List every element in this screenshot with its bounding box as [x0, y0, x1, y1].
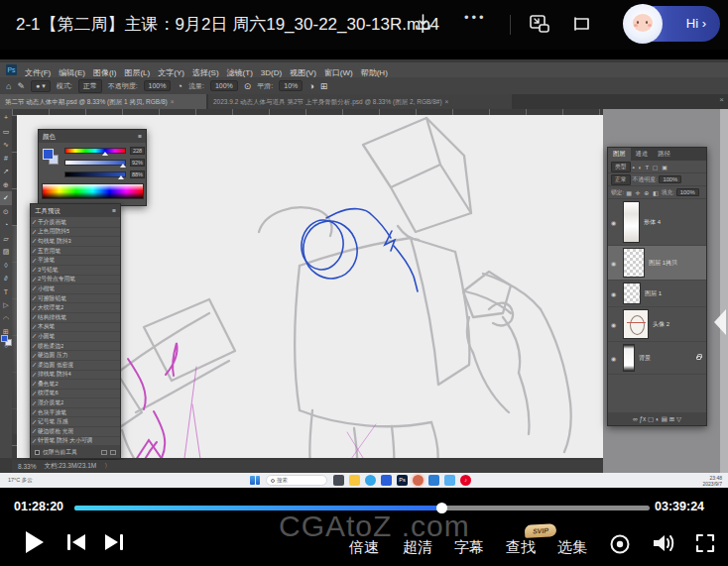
document-tab-active[interactable]: 第二节 动态人体中期.psd @ 8.33% (图层 1 拷贝, RGB/8)×: [0, 94, 206, 109]
mode-select[interactable]: 正常: [78, 79, 102, 93]
tool-preset-item[interactable]: ∕ 木炭笔: [31, 323, 120, 333]
taskbar-app-icon[interactable]: [413, 475, 424, 486]
tool-preset-item[interactable]: ∕ 喷枪柔边2: [31, 342, 120, 352]
more-menu-icon[interactable]: •••: [464, 10, 487, 25]
ps-menu-item[interactable]: 视图(V): [290, 68, 316, 77]
tool-preset-item[interactable]: ∕ 纹理笔6: [31, 390, 120, 399]
visibility-eye-icon[interactable]: ◉: [611, 290, 619, 297]
brightness-value[interactable]: 88%: [130, 170, 145, 178]
fill-select[interactable]: 100%: [676, 188, 699, 196]
ps-tool-icon[interactable]: ⊕: [0, 178, 12, 192]
ps-tool-icon[interactable]: #: [0, 152, 12, 166]
mini-window-icon[interactable]: [571, 14, 591, 38]
lock-icons[interactable]: ▦ ✛ ⊕ ◧: [626, 189, 659, 196]
layer-row[interactable]: ◉ 头像 2: [608, 307, 706, 342]
visibility-eye-icon[interactable]: ◉: [611, 219, 619, 226]
tool-preset-item[interactable]: ∕ 结构排线笔: [31, 313, 120, 323]
ps-tool-icon[interactable]: +: [0, 111, 12, 125]
close-tab-icon[interactable]: ×: [171, 98, 175, 105]
document-tab-inactive[interactable]: 2023.9.2 动态人体与道具 第2节 上半身骨骼分析.psd @ 8.33%…: [208, 94, 512, 109]
ps-tool-icon[interactable]: T: [0, 285, 12, 299]
ps-menu-item[interactable]: 3D(D): [261, 68, 282, 77]
home-icon[interactable]: ⌂: [6, 81, 11, 91]
speed-button[interactable]: 倍速: [349, 538, 379, 557]
ps-menu-item[interactable]: 编辑(E): [59, 68, 85, 77]
taskbar-search[interactable]: 搜索: [266, 475, 327, 486]
right-scroll-strip[interactable]: [720, 109, 728, 473]
visibility-eye-icon[interactable]: ◉: [611, 355, 619, 362]
delete-preset-icon[interactable]: [110, 450, 116, 455]
visibility-eye-icon[interactable]: ◉: [611, 321, 619, 328]
ps-menu-item[interactable]: 图层(L): [124, 68, 150, 77]
video-content[interactable]: Ps 文件(F)编辑(E)图像(I)图层(L)文字(Y)选择(S)滤镜(T)3D…: [0, 59, 728, 488]
tool-preset-item[interactable]: ∕ 硬边喷枪 光斑: [31, 427, 120, 437]
ps-menu-item[interactable]: 文件(F): [25, 68, 51, 77]
layer-opacity-select[interactable]: 100%: [659, 175, 681, 183]
zoom-level[interactable]: 8.33%: [18, 463, 36, 470]
play-button[interactable]: [26, 531, 44, 553]
smoothing-select[interactable]: 10%: [279, 80, 303, 91]
current-tool-only-checkbox[interactable]: [35, 450, 40, 455]
tool-preset-item[interactable]: ∕ 干介质画笔: [31, 218, 120, 228]
brush-tool-icon[interactable]: ✎: [17, 81, 25, 91]
layer-filter-select[interactable]: 类型: [611, 162, 631, 172]
volume-icon[interactable]: [651, 531, 676, 559]
taskbar-app-icon[interactable]: [349, 475, 360, 486]
ps-menu-item[interactable]: 文字(Y): [158, 68, 184, 77]
tool-preset-item[interactable]: ∕ 平涂笔: [31, 256, 120, 266]
foreground-background-swatches[interactable]: [1, 335, 12, 346]
download-icon[interactable]: [415, 14, 431, 35]
ps-tool-icon[interactable]: ✓: [0, 191, 12, 205]
taskbar-app-icon[interactable]: Ps: [397, 475, 408, 486]
taskbar-app-icon[interactable]: [365, 475, 376, 486]
visibility-eye-icon[interactable]: ◉: [611, 260, 619, 267]
blend-mode-select[interactable]: 正常: [611, 174, 631, 185]
layers-panel-footer-icons[interactable]: ∞ ƒx ▢ ◐ ▤ ⊞ ▽: [608, 412, 706, 425]
ps-tool-icon[interactable]: ▨: [0, 245, 12, 259]
symmetry-icon[interactable]: ⊞: [320, 81, 328, 91]
ps-menu-item[interactable]: 选择(S): [192, 68, 219, 77]
subtitles-button[interactable]: 字幕: [454, 538, 484, 557]
account-pill[interactable]: Hi ›: [625, 6, 720, 42]
panel-tab[interactable]: 路径: [653, 148, 675, 161]
previous-button[interactable]: [67, 534, 85, 550]
ps-tool-icon[interactable]: ∂: [0, 272, 12, 285]
tool-preset-item[interactable]: ∕ 勾线笔 防抖3: [31, 237, 120, 247]
opacity-select[interactable]: 100%: [144, 80, 172, 91]
tool-preset-item[interactable]: ∕ 记号笔 压感: [31, 417, 120, 427]
pressure-opacity-icon[interactable]: ◔: [177, 81, 182, 91]
tool-preset-item[interactable]: ∕ 大纹理笔2: [31, 303, 120, 313]
weather-widget[interactable]: 17°C 多云: [8, 477, 33, 484]
panel-tab[interactable]: 图层: [608, 148, 631, 161]
panel-menu-icon[interactable]: ≡: [112, 204, 116, 217]
system-tray-clock[interactable]: 23:48 2023/9/7: [703, 475, 722, 487]
status-arrow-icon[interactable]: 〉: [104, 462, 111, 471]
ps-tool-icon[interactable]: ▱: [0, 232, 12, 246]
tool-preset-item[interactable]: ∕ 柔边圆 低密度: [31, 361, 120, 371]
brush-preset-picker[interactable]: ● ▾: [31, 80, 51, 92]
layer-row[interactable]: ◉ 图层 1: [608, 281, 706, 307]
pressure-size-icon[interactable]: ◑: [308, 81, 313, 91]
saturation-slider[interactable]: [64, 160, 126, 166]
tool-preset-item[interactable]: ∕ 2号骨点专用笔: [31, 276, 120, 285]
taskbar-app-icon[interactable]: [444, 475, 455, 486]
tool-preset-item[interactable]: ∕ 湿介质笔2: [31, 398, 120, 408]
taskbar-app-icon[interactable]: ♪: [460, 475, 471, 486]
ps-tool-icon[interactable]: ◔: [0, 218, 12, 232]
ps-menu-item[interactable]: 图像(I): [93, 68, 117, 77]
saturation-value[interactable]: 92%: [130, 159, 145, 167]
hue-slider[interactable]: [64, 148, 126, 154]
brightness-slider[interactable]: [64, 171, 126, 177]
tool-preset-item[interactable]: ∕ 五官用笔: [31, 247, 120, 257]
color-swatches[interactable]: [43, 149, 59, 165]
tool-preset-item[interactable]: ∕ 色块平涂笔: [31, 408, 120, 418]
close-icon[interactable]: ×: [719, 95, 724, 104]
airbrush-icon[interactable]: ⊙: [244, 81, 252, 91]
ps-tool-icon[interactable]: ∿: [0, 138, 12, 152]
taskbar-app-icon[interactable]: [333, 475, 344, 486]
tool-preset-item[interactable]: ∕ 可擦除铅笔: [31, 294, 120, 304]
ps-tool-icon[interactable]: ▭: [0, 125, 12, 139]
close-tab-icon[interactable]: ×: [445, 98, 449, 105]
collapse-sidebar-chevron-icon[interactable]: [714, 309, 726, 335]
color-spectrum[interactable]: [42, 183, 144, 199]
